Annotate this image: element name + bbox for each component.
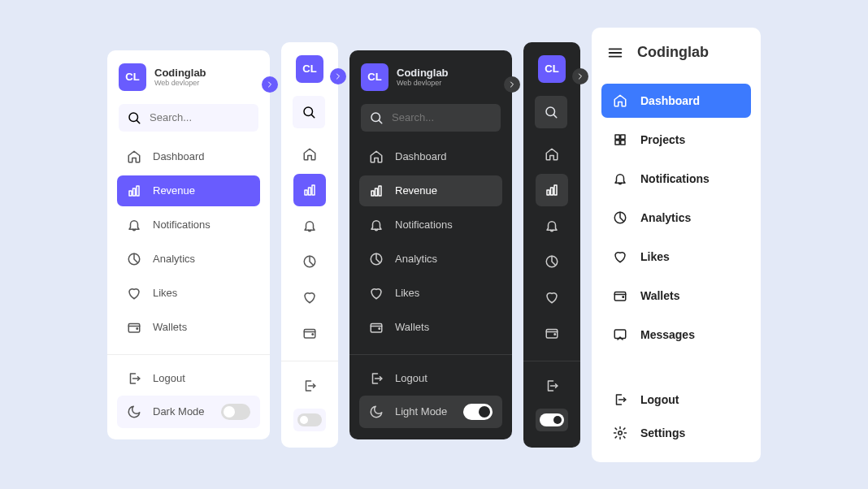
chart-icon [369, 184, 384, 198]
nav-analytics[interactable] [293, 245, 326, 278]
sidebar-light-expanded: CL Codinglab Web devloper Dashboard Reve… [107, 50, 270, 439]
expand-toggle[interactable] [330, 68, 346, 84]
nav-revenue[interactable] [536, 174, 568, 206]
collapse-toggle[interactable] [504, 76, 520, 93]
nav-likes[interactable]: Likes [601, 240, 751, 274]
nav-analytics[interactable]: Analytics [117, 244, 260, 275]
logout-label: Logout [640, 393, 679, 406]
nav-list [281, 133, 338, 354]
sidebar-header: CL [523, 42, 580, 91]
wallet-icon [613, 288, 627, 303]
nav-notifications[interactable] [536, 210, 568, 242]
bell-icon [613, 171, 627, 186]
nav-list: Dashboard Revenue Notifications Analytic… [349, 136, 512, 348]
theme-switch[interactable] [463, 404, 493, 420]
nav-dashboard[interactable] [536, 138, 568, 171]
moon-icon [369, 405, 384, 419]
nav-label: Wallets [153, 321, 187, 333]
pie-icon [545, 254, 559, 269]
nav-label: Likes [395, 287, 419, 299]
sidebar-dark-collapsed: CL [523, 42, 580, 448]
collapse-toggle[interactable] [262, 76, 278, 93]
logo: CL [361, 63, 388, 91]
nav-notifications[interactable]: Notifications [117, 210, 260, 240]
nav-notifications[interactable] [293, 210, 326, 242]
nav-label: Wallets [395, 321, 429, 333]
logout-button[interactable]: Logout [359, 363, 502, 394]
nav-analytics[interactable]: Analytics [359, 244, 502, 275]
search-field[interactable] [150, 111, 250, 123]
brand-subtitle: Web devloper [397, 79, 449, 87]
expand-toggle[interactable] [572, 68, 588, 84]
pie-icon [369, 252, 384, 266]
wallet-icon [302, 326, 317, 340]
divider [523, 361, 580, 361]
search-icon [302, 105, 316, 119]
nav-likes[interactable] [536, 281, 568, 314]
search-input[interactable] [119, 104, 258, 132]
nav-label: Notifications [153, 219, 210, 231]
search-input[interactable] [361, 104, 501, 132]
sidebar-header: Codinglab [592, 28, 761, 78]
nav-likes[interactable] [293, 281, 326, 314]
nav-wallets[interactable]: Wallets [601, 279, 751, 313]
settings-button[interactable]: Settings [601, 418, 751, 448]
theme-switch[interactable] [293, 409, 326, 431]
wallet-icon [545, 326, 559, 340]
nav-wallets[interactable]: Wallets [359, 312, 502, 343]
home-icon [369, 149, 384, 164]
nav-likes[interactable]: Likes [117, 278, 260, 309]
nav-dashboard[interactable]: Dashboard [601, 84, 751, 118]
nav-label: Wallets [640, 289, 680, 302]
chart-icon [545, 183, 559, 197]
nav-analytics[interactable] [536, 245, 568, 278]
nav-notifications[interactable]: Notifications [601, 162, 751, 196]
theme-switch[interactable] [221, 404, 250, 420]
divider [281, 361, 338, 361]
search-button[interactable] [535, 96, 567, 128]
search-field[interactable] [392, 111, 493, 123]
nav-label: Revenue [153, 184, 195, 197]
nav-revenue[interactable] [293, 174, 326, 206]
nav-analytics[interactable]: Analytics [601, 201, 751, 235]
logout-button[interactable] [293, 370, 326, 402]
logout-icon [369, 371, 384, 386]
nav-messages[interactable]: Messages [601, 318, 751, 352]
nav-list: Dashboard Revenue Notifications Analytic… [107, 136, 270, 348]
menu-icon[interactable] [606, 44, 624, 62]
logout-button[interactable] [536, 370, 568, 402]
nav-wallets[interactable]: Wallets [117, 312, 260, 343]
settings-icon [613, 426, 627, 440]
nav-label: Revenue [395, 184, 437, 197]
home-icon [302, 147, 317, 162]
nav-revenue[interactable]: Revenue [117, 175, 260, 206]
nav-dashboard[interactable] [293, 138, 326, 171]
nav-wallets[interactable] [536, 317, 568, 349]
search-button[interactable] [293, 96, 325, 128]
nav-dashboard[interactable]: Dashboard [117, 141, 260, 172]
nav-label: Notifications [395, 219, 453, 231]
logout-icon [545, 379, 559, 393]
nav-wallets[interactable] [293, 317, 326, 349]
sidebar-header: CL Codinglab Web devloper [349, 50, 512, 99]
sidebar-dark-expanded: CL Codinglab Web devloper Dashboard Reve… [349, 50, 512, 439]
theme-switch[interactable] [536, 409, 568, 431]
nav-notifications[interactable]: Notifications [359, 210, 502, 240]
pie-icon [613, 210, 627, 225]
nav-revenue[interactable]: Revenue [359, 175, 502, 206]
nav-label: Likes [640, 250, 670, 263]
nav-label: Analytics [640, 211, 691, 224]
nav-label: Projects [640, 133, 685, 146]
nav-dashboard[interactable]: Dashboard [359, 141, 502, 172]
nav-likes[interactable]: Likes [359, 278, 502, 309]
logout-button[interactable]: Logout [117, 363, 260, 394]
logout-button[interactable]: Logout [601, 384, 751, 415]
nav-projects[interactable]: Projects [601, 123, 751, 157]
sidebar-light-collapsed: CL [281, 42, 338, 448]
nav-label: Likes [153, 287, 177, 299]
sidebar-alt: Codinglab Dashboard Projects Notificatio… [592, 28, 761, 462]
brand-title: Codinglab [397, 67, 449, 79]
bell-icon [127, 218, 141, 232]
heart-icon [127, 286, 141, 301]
heart-icon [302, 290, 317, 305]
